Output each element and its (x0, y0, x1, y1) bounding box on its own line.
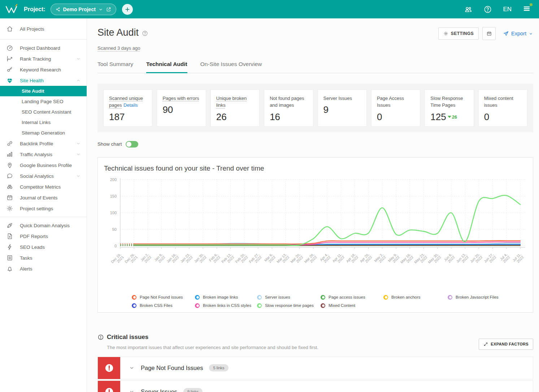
sidebar-item-seo-content-assistant[interactable]: SEO Content Assistant (0, 107, 87, 117)
expand-factors-button[interactable]: EXPAND FACTORS (479, 339, 533, 350)
rank-tracking-icon (6, 55, 13, 62)
sidebar-item-pdf-reports[interactable]: PDF Reports (0, 231, 87, 242)
chevron-down-icon[interactable] (129, 365, 135, 371)
exclamation-circle-icon (104, 363, 114, 373)
legend-item-page-access-issues[interactable]: Page access issues (321, 295, 383, 300)
chevron-down-icon[interactable] (129, 389, 135, 392)
notification-dot (530, 3, 533, 6)
critical-issues-subtitle: The most important issues that affect us… (107, 345, 318, 350)
tab-technical-audit[interactable]: Technical Audit (146, 61, 187, 73)
scanned-timestamp[interactable]: Scanned 3 days ago (97, 45, 140, 51)
svg-text:Feb 6,2022: Feb 6,2022 (208, 252, 221, 265)
summary-card-slow-response-time-pages: Slow Response Time Pages12526 (425, 89, 474, 127)
sidebar-item-all-projects[interactable]: All Projects (0, 21, 87, 36)
svg-text:Jun 6,2022: Jun 6,2022 (443, 252, 456, 265)
trend-chart-panel: Technical issues found on your site - Tr… (97, 157, 533, 313)
sidebar-item-tasks[interactable]: Tasks (0, 252, 87, 263)
sidebar-item-sitemap-generation[interactable]: Sitemap Generation (0, 128, 87, 138)
sidebar-item-seo-leads[interactable]: SEO Leads (0, 242, 87, 252)
sidebar-item-project-settings[interactable]: Project settings (0, 203, 87, 214)
sidebar-item-traffic-analysis[interactable]: Traffic Analysis (0, 149, 87, 160)
svg-text:Jun 13,2022: Jun 13,2022 (456, 252, 470, 266)
team-icon[interactable] (464, 5, 473, 14)
help-icon[interactable] (483, 5, 492, 14)
legend-label: Slow response time pages (265, 303, 314, 308)
settings-button[interactable]: SETTINGS (438, 27, 479, 40)
svg-text:Jan 16,2022: Jan 16,2022 (166, 252, 180, 266)
export-label: Export (511, 31, 526, 36)
sidebar-item-journal-of-events[interactable]: Journal of Events (0, 192, 87, 203)
project-selector[interactable]: Demo Project (51, 4, 116, 15)
legend-marker-icon (448, 295, 452, 300)
legend-item-slow-response-time-pages[interactable]: Slow response time pages (257, 303, 321, 308)
webceo-logo-icon[interactable] (4, 3, 19, 16)
legend-item-page-not-found-issues[interactable]: Page Not Found issues (132, 295, 195, 300)
series-line-slow-response-time-pages[interactable] (134, 195, 520, 246)
chart-legend: Page Not Found issuesBroken image linksS… (104, 295, 529, 308)
critical-flag (98, 357, 120, 379)
link-icon (6, 140, 13, 147)
sidebar-item-site-audit[interactable]: Site Audit (0, 86, 87, 96)
help-circle-icon[interactable] (142, 30, 148, 36)
legend-label: Page Not Found issues (140, 295, 183, 299)
sidebar-item-project-dashboard[interactable]: Project Dashboard (0, 43, 87, 53)
tab-on-site-issues-overview[interactable]: On-Site Issues Overview (200, 61, 262, 73)
tab-tool-summary[interactable]: Tool Summary (97, 61, 133, 73)
export-button[interactable]: Export (503, 31, 533, 37)
legend-item-mixed-content[interactable]: Mixed Content (321, 303, 383, 308)
card-details-link[interactable]: Details (123, 102, 138, 108)
summary-card-not-found-pages-and-images: Not found pages and images16 (264, 89, 313, 127)
sidebar-item-competitor-metrics[interactable]: Competitor Metrics (0, 181, 87, 192)
card-value: 0 (377, 111, 416, 123)
language-selector[interactable]: EN (503, 6, 512, 13)
summary-card-pages-with-errors: Pages with errors90 (157, 89, 206, 127)
sidebar-item-backlink-profile[interactable]: Backlink Profile (0, 138, 87, 149)
binoculars-icon (6, 183, 13, 190)
menu-button[interactable] (522, 4, 531, 14)
critical-issues-section: Critical issues The most important issue… (97, 334, 533, 392)
legend-label: Broken CSS Files (140, 303, 173, 308)
sidebar-item-quick-domain-analysis[interactable]: Quick Domain Analysis (0, 220, 87, 231)
svg-text:Feb 20,2022: Feb 20,2022 (235, 252, 249, 266)
scan-schedule-button[interactable] (482, 27, 496, 40)
external-link-icon[interactable] (106, 6, 112, 12)
sidebar-item-site-health[interactable]: Site Health (0, 75, 87, 86)
issue-row-server-issues[interactable]: Server Issues9 links (97, 380, 533, 392)
sidebar-item-label: Project settings (20, 206, 53, 211)
sidebar-item-google-business-profile[interactable]: Google Business Profile (0, 160, 87, 171)
legend-item-server-issues[interactable]: Server issues (257, 295, 321, 300)
svg-text:200: 200 (110, 177, 117, 181)
sidebar-item-social-analytics[interactable]: Social Analytics (0, 171, 87, 181)
sidebar-item-rank-tracking[interactable]: Rank Tracking (0, 53, 87, 64)
heart-pulse-icon (6, 77, 13, 84)
svg-text:Apr 25,2022: Apr 25,2022 (359, 252, 373, 266)
issue-links-badge: 9 links (183, 388, 203, 392)
legend-item-broken-anchors[interactable]: Broken anchors (383, 295, 448, 300)
legend-item-broken-css-files[interactable]: Broken CSS Files (132, 303, 195, 308)
issue-row-page-not-found-issues[interactable]: Page Not Found Issues5 links (97, 357, 533, 379)
sidebar-item-keyword-research[interactable]: Keyword Research (0, 64, 87, 75)
card-label[interactable]: Unique broken links (216, 96, 247, 108)
legend-marker-icon (321, 295, 325, 300)
show-chart-toggle[interactable] (126, 141, 138, 147)
card-value: 90 (162, 104, 202, 115)
svg-text:Jan 23,2022: Jan 23,2022 (179, 252, 194, 266)
card-label[interactable]: Pages with errors (162, 96, 199, 101)
legend-item-broken-javascript-files[interactable]: Broken Javascript Files (448, 295, 529, 300)
sidebar-item-landing-page-seo[interactable]: Landing Page SEO (0, 96, 87, 107)
legend-label: Broken links in CSS styles (203, 303, 251, 308)
svg-text:Feb 27,2022: Feb 27,2022 (248, 252, 262, 266)
trend-line-chart[interactable]: 050100150200Dec 19,2021Dec 26,2021Jan 2,… (104, 175, 529, 294)
gear-icon (6, 205, 13, 212)
legend-item-broken-image-links[interactable]: Broken image links (195, 295, 257, 300)
card-value: 187 (109, 111, 148, 123)
card-label: Not found pages and images (270, 96, 304, 108)
sidebar-item-label: Quick Domain Analysis (20, 223, 70, 228)
legend-item-broken-links-in-css-styles[interactable]: Broken links in CSS styles (195, 303, 257, 308)
sidebar-item-alerts[interactable]: Alerts (0, 263, 87, 274)
sidebar-item-label: Backlink Profile (20, 141, 53, 146)
add-project-button[interactable] (122, 4, 133, 15)
sidebar-item-internal-links[interactable]: Internal Links (0, 117, 87, 128)
chart-canvas[interactable]: 050100150200Dec 19,2021Dec 26,2021Jan 2,… (104, 175, 529, 294)
sidebar-item-label: Sitemap Generation (22, 130, 65, 136)
